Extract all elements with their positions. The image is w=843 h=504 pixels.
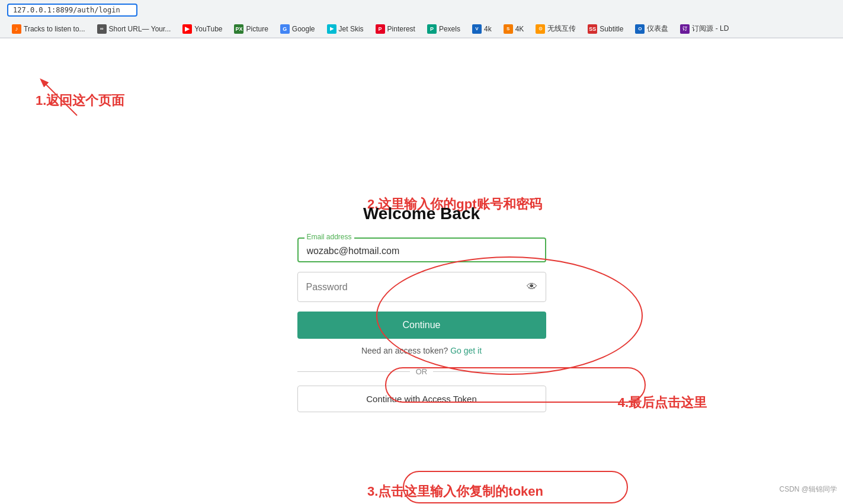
toggle-password-icon[interactable]: 👁 xyxy=(527,281,537,293)
go-get-it-link[interactable]: Go get it xyxy=(450,346,482,355)
bookmark-label-subtitle: Subtitle xyxy=(600,25,623,33)
bookmark-label-wireless: 无线互传 xyxy=(547,24,576,34)
password-input[interactable] xyxy=(306,282,527,293)
browser-chrome: 127.0.0.1:8899/auth/login ♪Tracks to lis… xyxy=(0,0,843,38)
main-content: 1.返回这个页面 2.这里输入你的gpt账号和密码 4.最后点击这里 3.点击这… xyxy=(0,38,843,500)
divider-or-text: OR xyxy=(416,367,428,376)
bookmark-pexels[interactable]: PPexels xyxy=(422,23,465,35)
bookmark-label-sub: 订阅源 - LD xyxy=(692,24,729,34)
bookmark-icon-jetskis: ▶ xyxy=(327,24,336,34)
access-token-button[interactable]: Continue with Access Token xyxy=(297,386,546,412)
bookmark-v4k[interactable]: V4k xyxy=(467,23,496,35)
annotation-label-1: 1.返回这个页面 xyxy=(36,92,124,110)
address-bar-row: 127.0.0.1:8899/auth/login xyxy=(0,0,843,20)
bookmark-icon-picture: PX xyxy=(234,24,243,34)
access-token-question: Need an access token? xyxy=(361,346,448,355)
bookmark-icon-shorturl: ∞ xyxy=(97,24,107,34)
bookmark-icon-youtube: ▶ xyxy=(182,24,192,34)
bookmark-jetskis[interactable]: ▶Jet Skis xyxy=(322,23,368,35)
bookmark-label-shorturl: Short URL— Your... xyxy=(109,25,171,33)
bookmark-icon-pinterest: P xyxy=(376,24,385,34)
bookmark-icon-v4k: V xyxy=(472,24,482,34)
email-form-group: Email address xyxy=(297,237,546,262)
bookmarks-bar: ♪Tracks to listen to...∞Short URL— Your.… xyxy=(0,20,843,38)
bookmark-label-youtube: YouTube xyxy=(194,25,222,33)
email-input[interactable] xyxy=(307,246,537,256)
bookmark-shorturl[interactable]: ∞Short URL— Your... xyxy=(92,23,176,35)
bookmark-google[interactable]: GGoogle xyxy=(275,23,320,35)
divider-right xyxy=(433,371,546,372)
bookmark-label-tracks: Tracks to listen to... xyxy=(24,25,85,33)
annotation-label-3: 3.点击这里输入你复制的token xyxy=(367,483,543,500)
bookmark-icon-dashboard: O xyxy=(635,24,645,34)
bookmark-icon-wireless: ⊙ xyxy=(536,24,545,34)
bookmark-icon-google: G xyxy=(280,24,290,34)
bookmark-dashboard[interactable]: O仪表盘 xyxy=(630,23,673,35)
continue-button[interactable]: Continue xyxy=(297,312,546,339)
bookmark-icon-subtitle: SS xyxy=(588,24,597,34)
bookmark-label-v4k: 4k xyxy=(484,25,492,33)
bookmark-youtube[interactable]: ▶YouTube xyxy=(178,23,227,35)
email-field-wrapper: Email address xyxy=(297,237,546,262)
bookmark-label-pinterest: Pinterest xyxy=(387,25,415,33)
bookmark-label-google: Google xyxy=(292,25,315,33)
bookmark-icon-pexels: P xyxy=(427,24,437,34)
bookmark-picture[interactable]: PXPicture xyxy=(229,23,273,35)
annotation-label-4: 4.最后点击这里 xyxy=(618,394,707,412)
welcome-title: Welcome Back xyxy=(363,204,480,223)
bookmark-icon-tracks: ♪ xyxy=(12,24,21,34)
bookmark-wireless[interactable]: ⊙无线互传 xyxy=(531,23,581,35)
email-label: Email address xyxy=(304,233,354,241)
bookmark-label-s4k: 4K xyxy=(515,25,524,33)
bookmark-label-picture: Picture xyxy=(246,25,268,33)
bookmark-s4k[interactable]: S4K xyxy=(499,23,529,35)
login-container: Welcome Back Email address 👁 Continue Ne… xyxy=(297,204,546,412)
bookmark-label-pexels: Pexels xyxy=(439,25,460,33)
bookmark-tracks[interactable]: ♪Tracks to listen to... xyxy=(7,23,90,35)
divider-row: OR xyxy=(297,367,546,376)
bookmark-pinterest[interactable]: PPinterest xyxy=(371,23,420,35)
bookmark-sub[interactable]: 订订阅源 - LD xyxy=(675,23,733,35)
divider-left xyxy=(297,371,410,372)
address-bar[interactable]: 127.0.0.1:8899/auth/login xyxy=(7,4,137,17)
bookmark-icon-sub: 订 xyxy=(680,24,690,34)
password-form-group: 👁 xyxy=(297,272,546,302)
password-field-wrapper: 👁 xyxy=(297,272,546,302)
csdn-watermark: CSDN @辑锦同学 xyxy=(779,484,837,495)
bookmark-subtitle[interactable]: SSSubtitle xyxy=(583,23,628,35)
bookmark-icon-s4k: S xyxy=(504,24,513,34)
access-token-text: Need an access token? Go get it xyxy=(361,346,482,355)
bookmark-label-dashboard: 仪表盘 xyxy=(647,24,668,34)
bookmark-label-jetskis: Jet Skis xyxy=(339,25,364,33)
